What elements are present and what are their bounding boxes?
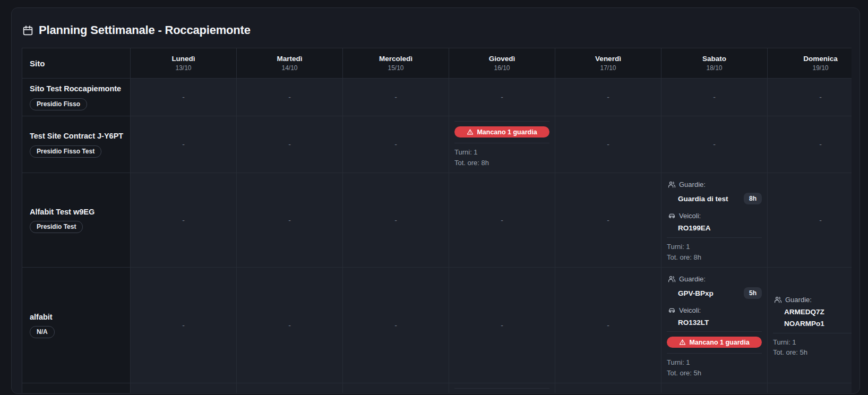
day-cell[interactable]: - <box>555 268 661 383</box>
day-cell[interactable]: - <box>661 116 768 173</box>
empty-cell-dash: - <box>454 321 549 330</box>
cell-content: Mancano 1 guardiaTurni: 1Tot. ore: 8h <box>454 388 549 393</box>
day-cell[interactable]: - <box>661 79 768 116</box>
missing-guard-badge: Mancano 1 guardia <box>454 126 549 138</box>
day-cell[interactable]: - <box>768 79 852 116</box>
day-cell[interactable]: - <box>131 268 237 383</box>
empty-cell-dash: - <box>773 93 852 101</box>
day-cell[interactable]: - <box>131 173 237 268</box>
missing-guard-section: Mancano 1 guardia <box>454 121 549 142</box>
missing-guard-section: Mancano 1 guardia <box>454 388 549 393</box>
day-cell[interactable]: - <box>555 383 661 393</box>
day-cell[interactable]: - <box>449 79 555 116</box>
day-cell[interactable]: - <box>343 268 449 383</box>
page-title: Planning Settimanale - Roccapiemonte <box>39 23 251 38</box>
day-cell[interactable]: - <box>768 383 852 393</box>
day-cell[interactable]: - <box>343 173 449 268</box>
day-cell[interactable]: - <box>237 383 343 393</box>
missing-guard-section: Mancano 1 guardia <box>667 331 762 353</box>
day-date-label: 13/10 <box>131 64 236 72</box>
day-name-label: Martedì <box>237 55 342 63</box>
table-row: Test Site Contract J-Y6PTPresidio Fisso … <box>22 116 852 173</box>
day-cell[interactable]: Guardie:Guardia di test8hVeicoli:RO199EA… <box>661 173 768 268</box>
empty-cell-dash: - <box>454 93 549 101</box>
day-cell[interactable]: - <box>661 383 768 393</box>
shift-summary: Turni: 1Tot. ore: 8h <box>667 237 762 262</box>
day-cell[interactable]: - <box>555 173 661 268</box>
site-cell: Banca Centrale Milano vmB2h_N/A <box>22 383 131 393</box>
empty-cell-dash: - <box>561 140 656 149</box>
day-cell[interactable]: - <box>449 173 555 268</box>
empty-cell-dash: - <box>242 321 337 330</box>
guard-hours-badge: 8h <box>744 193 762 204</box>
day-cell[interactable]: Guardie:GPV-BPxp5hVeicoli:RO132LTMancano… <box>661 268 768 383</box>
day-cell[interactable]: - <box>343 383 449 393</box>
total-hours: Tot. ore: 8h <box>667 252 762 263</box>
planning-table: SitoLunedì13/10Martedì14/10Mercoledì15/1… <box>22 48 852 393</box>
guard-row: NOARMPo1 <box>773 317 852 329</box>
calendar-icon <box>22 25 33 36</box>
day-cell[interactable]: - <box>237 268 343 383</box>
guards-icon <box>774 296 782 304</box>
day-cell[interactable]: - <box>131 79 237 116</box>
site-name: Test Site Contract J-Y6PT <box>30 131 124 142</box>
total-hours: Tot. ore: 5h <box>667 368 762 379</box>
vehicles-label: Veicoli: <box>679 212 701 220</box>
day-cell[interactable]: - <box>237 116 343 173</box>
day-cell[interactable]: - <box>131 383 237 393</box>
site-type-badge: Presidio Test <box>30 221 83 233</box>
guards-section: Guardie:Guardia di test8h <box>667 178 762 209</box>
day-header-7: Domenica19/10 <box>768 48 852 79</box>
vehicles-label: Veicoli: <box>679 306 701 314</box>
guards-label: Guardie: <box>785 296 812 304</box>
site-type-badge: Presidio Fisso <box>30 98 87 110</box>
missing-guard-badge: Mancano 1 guardia <box>667 337 762 348</box>
day-date-label: 17/10 <box>555 64 661 72</box>
day-cell[interactable]: Mancano 1 guardiaTurni: 1Tot. ore: 8h <box>449 116 555 173</box>
guard-name: ARMEDQ7Z <box>784 308 824 316</box>
day-cell[interactable]: - <box>237 173 343 268</box>
total-hours: Tot. ore: 8h <box>454 158 549 168</box>
planning-card: Planning Settimanale - Roccapiemonte Sit… <box>11 7 860 394</box>
warning-icon <box>467 128 474 135</box>
day-cell[interactable]: - <box>343 79 449 116</box>
empty-cell-dash: - <box>348 140 443 149</box>
day-header-3: Mercoledì15/10 <box>343 48 449 79</box>
site-column-header: Sito <box>22 48 131 79</box>
table-row: Banca Centrale Milano vmB2h_N/A---Mancan… <box>22 383 852 393</box>
guards-label: Guardie: <box>679 275 706 283</box>
day-cell[interactable]: Mancano 1 guardiaTurni: 1Tot. ore: 8h <box>449 383 555 393</box>
guard-row: ARMEDQ7Z <box>773 305 852 317</box>
day-name-label: Lunedì <box>131 55 236 63</box>
day-date-label: 14/10 <box>237 64 342 72</box>
day-cell[interactable]: Guardie:ARMEDQ7ZNOARMPo1Turni: 1Tot. ore… <box>768 268 852 383</box>
vehicles-section: Veicoli:RO199EA <box>667 209 762 237</box>
site-cell: Sito Test RoccapiemontePresidio Fisso <box>22 79 131 116</box>
vehicle-plate: RO132LT <box>678 319 709 327</box>
day-cell[interactable]: - <box>131 116 237 173</box>
day-cell[interactable]: - <box>768 116 852 173</box>
empty-cell-dash: - <box>242 140 337 149</box>
day-cell[interactable]: - <box>555 116 661 173</box>
guard-hours-badge: 5h <box>744 287 762 299</box>
day-cell[interactable]: - <box>555 79 661 116</box>
day-cell[interactable]: - <box>237 79 343 116</box>
empty-cell-dash: - <box>136 216 231 225</box>
shift-summary: Turni: 1Tot. ore: 5h <box>773 333 852 358</box>
vehicle-icon <box>668 306 676 314</box>
site-cell: alfabitN/A <box>22 268 131 383</box>
guards-icon <box>668 181 676 188</box>
day-cell[interactable]: - <box>449 268 555 383</box>
day-cell[interactable]: - <box>343 116 449 173</box>
day-name-label: Giovedì <box>449 55 555 63</box>
day-cell[interactable]: - <box>768 173 852 268</box>
vehicles-label-row: Veicoli: <box>667 305 762 316</box>
day-date-label: 15/10 <box>343 64 449 72</box>
day-name-label: Sabato <box>661 55 767 63</box>
cell-content: Guardie:ARMEDQ7ZNOARMPo1Turni: 1Tot. ore… <box>773 293 852 358</box>
day-header-5: Venerdì17/10 <box>555 48 661 79</box>
table-header-row: SitoLunedì13/10Martedì14/10Mercoledì15/1… <box>22 48 852 79</box>
empty-cell-dash: - <box>348 321 443 330</box>
empty-cell-dash: - <box>667 140 762 149</box>
warning-icon <box>679 339 686 346</box>
